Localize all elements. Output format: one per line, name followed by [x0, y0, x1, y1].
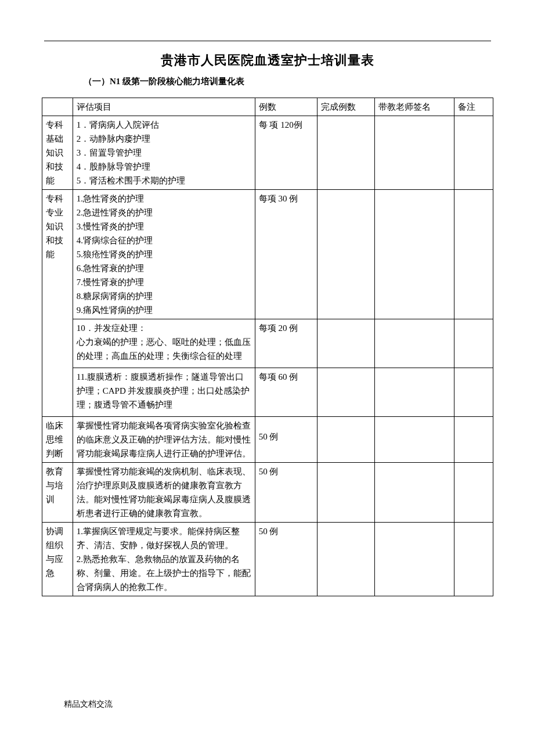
- item-cell: 10．并发症处理： 心力衰竭的护理；恶心、呕吐的处理；低血压的处理；高血压的处理…: [73, 319, 255, 368]
- hdr-count: 例数: [255, 98, 317, 116]
- list-item: 5.狼疮性肾炎的护理: [77, 247, 252, 261]
- sign-cell[interactable]: [374, 319, 454, 368]
- sign-cell[interactable]: [374, 368, 454, 417]
- count-cell: 每项 20 例: [255, 319, 317, 368]
- list-item: 8.糖尿病肾病的护理: [77, 289, 252, 303]
- category-cell: 专科专业知识和技能: [42, 190, 73, 417]
- page-title: 贵港市人民医院血透室护士培训量表: [42, 52, 493, 69]
- table-header-row: 评估项目 例数 完成例数 带教老师签名 备注: [42, 98, 493, 116]
- category-cell: 协调组织与应急: [42, 523, 73, 596]
- done-cell[interactable]: [317, 319, 375, 368]
- list-item: 5．肾活检术围手术期的护理: [77, 174, 252, 188]
- count-cell: 50 例: [255, 417, 317, 463]
- list-item: 2．动静脉内瘘护理: [77, 132, 252, 146]
- done-cell[interactable]: [317, 116, 375, 190]
- top-rule: [44, 41, 491, 41]
- count-cell: 每项 30 例: [255, 190, 317, 319]
- count-cell: 50 例: [255, 523, 317, 596]
- hdr-sign: 带教老师签名: [374, 98, 454, 116]
- list-item: 1．肾病病人入院评估: [77, 118, 252, 132]
- count-cell: 50 例: [255, 463, 317, 523]
- table-row: 10．并发症处理： 心力衰竭的护理；恶心、呕吐的处理；低血压的处理；高血压的处理…: [42, 319, 493, 368]
- note-cell[interactable]: [454, 190, 493, 319]
- list-item: 6.急性肾衰的护理: [77, 261, 252, 275]
- note-cell[interactable]: [454, 417, 493, 463]
- sign-cell[interactable]: [374, 116, 454, 190]
- done-cell[interactable]: [317, 523, 375, 596]
- item-cell: 1.急性肾炎的护理 2.急进性肾炎的护理 3.慢性肾炎的护理 4.肾病综合征的护…: [73, 190, 255, 319]
- subtitle: （一）N1 级第一阶段核心能力培训量化表: [84, 76, 493, 87]
- count-cell: 每 项 120例: [255, 116, 317, 190]
- sign-cell[interactable]: [374, 463, 454, 523]
- list-item: 4．股静脉导管护理: [77, 160, 252, 174]
- hdr-blank: [42, 98, 73, 116]
- training-table: 评估项目 例数 完成例数 带教老师签名 备注 专科基础知识和技能 1．肾病病人入…: [42, 98, 493, 596]
- table-row: 专科专业知识和技能 1.急性肾炎的护理 2.急进性肾炎的护理 3.慢性肾炎的护理…: [42, 190, 493, 319]
- sign-cell[interactable]: [374, 190, 454, 319]
- sign-cell[interactable]: [374, 417, 454, 463]
- note-cell[interactable]: [454, 523, 493, 596]
- list-item: 3.慢性肾炎的护理: [77, 219, 252, 233]
- category-cell: 教育与培训: [42, 463, 73, 523]
- list-item: 3．留置导管护理: [77, 146, 252, 160]
- list-item: 4.肾病综合征的护理: [77, 233, 252, 247]
- sign-cell[interactable]: [374, 523, 454, 596]
- table-row: 专科基础知识和技能 1．肾病病人入院评估 2．动静脉内瘘护理 3．留置导管护理 …: [42, 116, 493, 190]
- note-cell[interactable]: [454, 463, 493, 523]
- done-cell[interactable]: [317, 417, 375, 463]
- item-cell: 掌握慢性肾功能衰竭的发病机制、临床表现、治疗护理原则及腹膜透析的健康教育宣教方法…: [73, 463, 255, 523]
- category-cell: 专科基础知识和技能: [42, 116, 73, 190]
- page: 贵港市人民医院血透室护士培训量表 （一）N1 级第一阶段核心能力培训量化表 评估…: [0, 0, 534, 756]
- note-cell[interactable]: [454, 116, 493, 190]
- table-row: 教育与培训 掌握慢性肾功能衰竭的发病机制、临床表现、治疗护理原则及腹膜透析的健康…: [42, 463, 493, 523]
- done-cell[interactable]: [317, 463, 375, 523]
- table-row: 11.腹膜透析：腹膜透析操作；隧道导管出口护理；CAPD 并发腹膜炎护理；出口处…: [42, 368, 493, 417]
- item-cell: 1.掌握病区管理规定与要求。能保持病区整齐、清洁、安静，做好探视人员的管理。 2…: [73, 523, 255, 596]
- item-cell: 11.腹膜透析：腹膜透析操作；隧道导管出口护理；CAPD 并发腹膜炎护理；出口处…: [73, 368, 255, 417]
- table-row: 协调组织与应急 1.掌握病区管理规定与要求。能保持病区整齐、清洁、安静，做好探视…: [42, 523, 493, 596]
- hdr-item: 评估项目: [73, 98, 255, 116]
- table-row: 临床思维判断 掌握慢性肾功能衰竭各项肾病实验室化验检查的临床意义及正确的护理评估…: [42, 417, 493, 463]
- item-cell: 1．肾病病人入院评估 2．动静脉内瘘护理 3．留置导管护理 4．股静脉导管护理 …: [73, 116, 255, 190]
- note-cell[interactable]: [454, 368, 493, 417]
- category-cell: 临床思维判断: [42, 417, 73, 463]
- count-cell: 每项 60 例: [255, 368, 317, 417]
- list-item: 1.急性肾炎的护理: [77, 192, 252, 206]
- done-cell[interactable]: [317, 368, 375, 417]
- done-cell[interactable]: [317, 190, 375, 319]
- hdr-note: 备注: [454, 98, 493, 116]
- list-item: 9.痛风性肾病的护理: [77, 303, 252, 317]
- footer-text: 精品文档交流: [0, 699, 534, 710]
- note-cell[interactable]: [454, 319, 493, 368]
- list-item: 2.急进性肾炎的护理: [77, 206, 252, 219]
- list-item: 7.慢性肾衰的护理: [77, 275, 252, 289]
- item-cell: 掌握慢性肾功能衰竭各项肾病实验室化验检查的临床意义及正确的护理评估方法。能对慢性…: [73, 417, 255, 463]
- hdr-done: 完成例数: [317, 98, 375, 116]
